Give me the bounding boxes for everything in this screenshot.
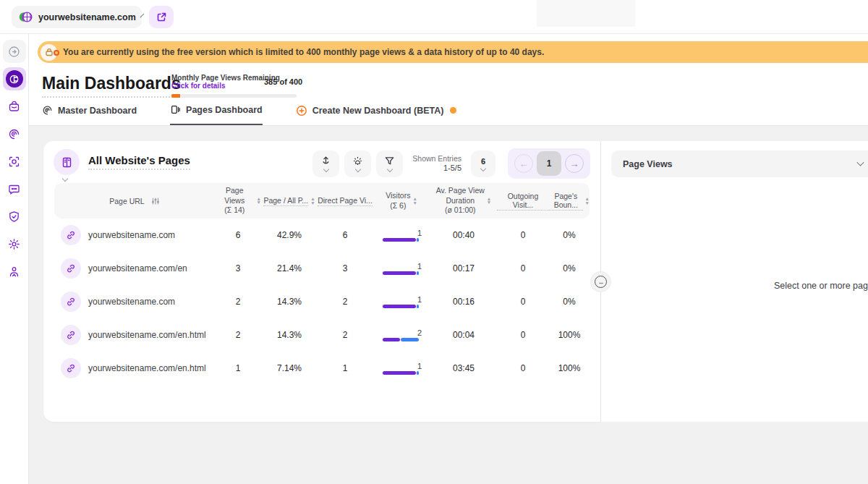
open-website-button[interactable]	[149, 6, 174, 28]
page-pct-value: 21.4%	[261, 263, 318, 273]
alerts-button[interactable]	[344, 150, 371, 177]
sidebar-item-visitor-focus[interactable]	[3, 150, 26, 173]
outgoing-value: 0	[497, 363, 549, 373]
page-pct-value: 14.3%	[261, 330, 318, 340]
page-views-value: 2	[215, 330, 261, 340]
col-avg-duration[interactable]: Av. Page ViewDuration(ø 01:00) ▲▼	[430, 186, 497, 216]
bounce-value: 100%	[549, 363, 590, 373]
shown-entries-value: 1-5/5	[412, 164, 461, 174]
tab-master-dashboard[interactable]: Master Dashboard	[42, 105, 137, 124]
col-page-url[interactable]: Page URL	[54, 197, 215, 205]
col-page-all-pct[interactable]: Page / All P... ▲▼	[261, 196, 318, 206]
metric-select[interactable]: Page Views	[611, 150, 868, 177]
col-label: Page / All P...	[263, 196, 308, 206]
link-icon[interactable]	[61, 325, 81, 345]
visitors-value: 1	[417, 229, 422, 237]
page-views-value: 1	[215, 363, 261, 373]
sort-icon[interactable]: ▲▼	[310, 197, 315, 205]
sort-icon[interactable]: ▲▼	[412, 197, 417, 205]
col-visitors[interactable]: Visitors(Σ 6) ▲▼	[373, 191, 430, 211]
table-row[interactable]: yourwebsitename.com 6 42.9% 6 1 00:40 0 …	[54, 218, 590, 252]
page-pct-value: 7.14%	[261, 363, 318, 373]
sidebar-item-communication[interactable]	[3, 177, 26, 200]
outgoing-value: 0	[497, 297, 549, 307]
table-body: yourwebsitename.com 6 42.9% 6 1 00:40 0 …	[54, 218, 590, 385]
visitors-bar-blue	[417, 371, 420, 375]
dashboard-tabs: Master Dashboard Pages Dashboard Create …	[42, 104, 456, 125]
shown-entries: Shown Entries 1-5/5	[412, 154, 461, 174]
visitors-value: 1	[417, 362, 422, 370]
visitors-bar-blue	[417, 238, 420, 242]
direct-views-value: 6	[318, 230, 373, 240]
funnel-icon	[384, 156, 395, 166]
visitors-bar-purple	[383, 371, 416, 375]
visitors-bar-blue	[417, 305, 420, 308]
col-label: Page URL	[109, 197, 144, 205]
page-size-value: 6	[481, 157, 485, 166]
table-row[interactable]: yourwebsitename.com/en.html 2 14.3% 2 2 …	[54, 318, 590, 352]
visitors-bar-purple	[383, 338, 400, 341]
col-label2: Duration	[436, 196, 485, 206]
visitors-cell: 1	[373, 362, 430, 375]
column-filter-icon[interactable]	[151, 197, 160, 205]
chevron-down-icon	[323, 166, 329, 172]
outgoing-value: 0	[497, 330, 549, 340]
col-bounce-rate[interactable]: Page's Boun... ▲▼	[549, 192, 590, 211]
prev-page-button[interactable]: ←	[514, 154, 533, 173]
current-page: 1	[537, 151, 561, 176]
link-icon[interactable]	[61, 258, 81, 279]
chevron-down-icon	[480, 165, 486, 171]
page-title: Main Dashboards	[42, 74, 181, 98]
external-link-icon	[156, 12, 167, 22]
col-page-views[interactable]: Page Views(Σ 14) ▲▼	[215, 186, 261, 216]
sort-icon[interactable]: ▲▼	[487, 197, 491, 205]
export-button[interactable]	[312, 150, 339, 177]
sidebar-item-settings[interactable]	[3, 232, 26, 255]
sidebar-item-behavior[interactable]	[3, 122, 26, 145]
col-direct-page-views[interactable]: Direct Page Vi...	[318, 196, 373, 206]
sidebar-expand-button[interactable]	[3, 40, 26, 63]
card-menu-button[interactable]	[54, 149, 80, 175]
chevron-down-icon	[140, 14, 144, 18]
table-row[interactable]: yourwebsitename.com/en 3 21.4% 3 1 00:17…	[54, 252, 590, 285]
link-icon[interactable]	[61, 358, 81, 378]
quota-progress-fill	[171, 94, 180, 98]
metric-select-value: Page Views	[623, 159, 857, 169]
page-size-selector[interactable]: 6	[471, 150, 495, 177]
sidebar-item-company[interactable]	[3, 95, 26, 118]
tab-label: Pages Dashboard	[186, 105, 263, 115]
quota-progress-bar	[171, 94, 297, 98]
direct-views-value: 3	[318, 263, 373, 273]
sidebar-item-dashboards[interactable]	[3, 67, 26, 90]
page-url: yourwebsitename.com/en	[88, 263, 187, 273]
visitors-cell: 1	[373, 295, 430, 308]
link-icon[interactable]	[61, 225, 81, 245]
pages-book-icon	[61, 156, 73, 169]
sidebar-item-location[interactable]	[3, 260, 26, 283]
visitors-bar	[383, 371, 420, 375]
export-icon	[320, 156, 331, 166]
tab-pages-dashboard[interactable]: Pages Dashboard	[170, 104, 263, 125]
sort-icon[interactable]: ▲▼	[585, 197, 590, 205]
page-views-value: 2	[215, 297, 261, 307]
pagination: ← 1 →	[508, 148, 590, 179]
page-url: yourwebsitename.com/en.html	[88, 363, 206, 373]
next-page-button[interactable]: →	[565, 154, 584, 173]
link-icon[interactable]	[61, 292, 81, 312]
sidebar-nav	[0, 34, 29, 484]
website-selector[interactable]: yourwebsitename.com	[12, 6, 142, 28]
col-label: Page's Boun...	[549, 192, 583, 211]
resize-handle[interactable]: ↔	[590, 271, 611, 292]
table-row[interactable]: yourwebsitename.com 2 14.3% 2 1 00:16 0 …	[54, 285, 590, 318]
website-logo-icon	[19, 10, 33, 24]
card-title: All Website's Pages	[88, 154, 190, 170]
duration-value: 03:45	[430, 363, 497, 373]
tab-create-new-dashboard[interactable]: Create New Dashboard (BETA)	[296, 105, 457, 125]
chevron-down-icon	[62, 176, 68, 182]
sidebar-item-privacy[interactable]	[3, 205, 26, 228]
col-outgoing-visits[interactable]: Outgoing Visit...	[497, 192, 549, 211]
filter-button[interactable]	[376, 150, 403, 177]
table-row[interactable]: yourwebsitename.com/en.html 1 7.14% 1 1 …	[54, 352, 590, 385]
table-header: Page URL Page Views(Σ 14) ▲▼ Page / All …	[54, 183, 590, 218]
visitors-bar-blue	[417, 271, 420, 275]
